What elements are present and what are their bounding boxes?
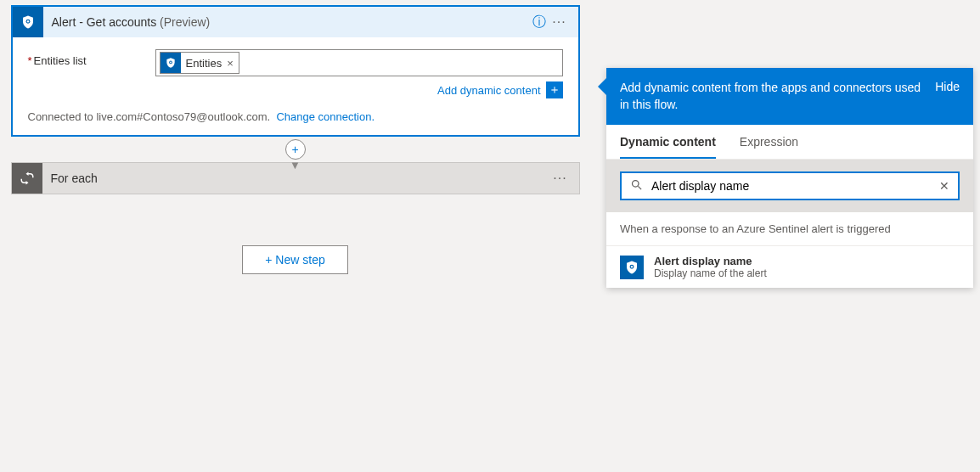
svg-point-7 bbox=[631, 266, 633, 267]
change-connection-link[interactable]: Change connection. bbox=[276, 110, 375, 123]
svg-line-5 bbox=[638, 187, 641, 190]
new-step-button[interactable]: + New step bbox=[242, 245, 347, 274]
panel-tabs: Dynamic content Expression bbox=[606, 125, 973, 160]
result-desc: Display name of the alert bbox=[654, 267, 767, 279]
remove-token-icon[interactable]: × bbox=[227, 57, 234, 70]
tab-expression[interactable]: Expression bbox=[740, 125, 798, 159]
result-title: Alert display name bbox=[654, 255, 767, 267]
arrow-down-icon: ▼ bbox=[290, 159, 301, 171]
search-bar: ✕ bbox=[620, 171, 960, 200]
connector: + ▼ bbox=[11, 137, 580, 162]
more-icon[interactable]: ··· bbox=[549, 14, 570, 30]
insert-step-button[interactable]: + bbox=[285, 139, 306, 160]
entities-list-label: *Entities list bbox=[28, 49, 155, 67]
sentinel-icon bbox=[161, 53, 181, 73]
result-alert-display-name[interactable]: Alert display name Display name of the a… bbox=[606, 246, 973, 288]
panel-caret-icon bbox=[598, 78, 606, 95]
tab-dynamic-content[interactable]: Dynamic content bbox=[620, 125, 716, 159]
add-dynamic-content-button[interactable]: ＋ bbox=[546, 81, 563, 98]
action-card-header[interactable]: Alert - Get accounts (Preview) ⓘ ··· bbox=[13, 7, 578, 37]
action-title: Alert - Get accounts (Preview) bbox=[52, 15, 211, 29]
sentinel-icon bbox=[620, 256, 644, 279]
clear-search-icon[interactable]: ✕ bbox=[939, 179, 949, 193]
info-icon[interactable]: ⓘ bbox=[529, 14, 549, 31]
svg-point-1 bbox=[26, 20, 28, 22]
connection-info: Connected to live.com#Contoso79@outlook.… bbox=[13, 107, 578, 135]
add-dynamic-content-link[interactable]: Add dynamic content bbox=[437, 84, 540, 97]
more-icon[interactable]: ··· bbox=[550, 171, 571, 186]
sentinel-icon bbox=[13, 7, 43, 37]
svg-point-4 bbox=[633, 181, 639, 188]
dynamic-content-panel: Add dynamic content from the apps and co… bbox=[606, 68, 973, 288]
hide-panel-link[interactable]: Hide bbox=[935, 80, 960, 93]
foreach-title: For each bbox=[51, 171, 98, 185]
panel-header-text: Add dynamic content from the apps and co… bbox=[620, 80, 925, 113]
svg-point-3 bbox=[170, 61, 172, 63]
token-entities[interactable]: Entities × bbox=[160, 52, 239, 74]
search-input[interactable] bbox=[651, 179, 931, 193]
entities-list-input[interactable]: Entities × bbox=[155, 49, 563, 76]
trigger-section-label: When a response to an Azure Sentinel ale… bbox=[606, 212, 973, 246]
loop-icon bbox=[12, 163, 42, 194]
action-card-alert-get-accounts: Alert - Get accounts (Preview) ⓘ ··· *En… bbox=[11, 5, 580, 137]
token-label: Entities bbox=[186, 57, 222, 70]
search-icon bbox=[630, 178, 643, 194]
